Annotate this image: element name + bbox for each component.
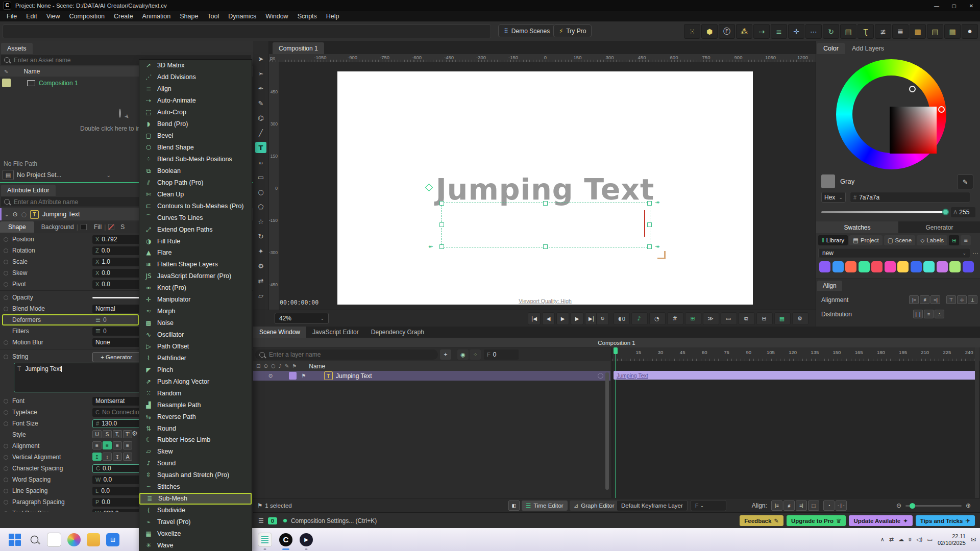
- deformer-menu-item[interactable]: ∿ Oscillator: [139, 329, 252, 341]
- deformer-menu-item[interactable]: ✳ Wave: [139, 539, 252, 551]
- rotate-arc-icon[interactable]: ↻: [823, 24, 839, 39]
- vertical-alignment-button[interactable]: A: [123, 453, 132, 461]
- distribution-button[interactable]: ∴: [935, 310, 944, 318]
- color-wheel[interactable]: [836, 59, 946, 169]
- loop-button[interactable]: ↻: [596, 312, 609, 325]
- connection-socket[interactable]: [4, 340, 8, 345]
- menu-item[interactable]: Help: [322, 11, 344, 21]
- try-pro-button[interactable]: ⚡ Try Pro: [553, 24, 592, 37]
- selection-handle[interactable]: [439, 244, 444, 249]
- direct-select-tool[interactable]: ➣: [255, 68, 266, 79]
- color-swatch[interactable]: [923, 261, 935, 272]
- deformer-menu-item[interactable]: ⬡ Blend Shape: [139, 142, 252, 154]
- current-color-swatch[interactable]: [821, 174, 835, 188]
- frame-offset-field[interactable]: F -: [691, 500, 726, 511]
- selection-box[interactable]: [441, 203, 650, 247]
- distribution-button[interactable]: ≡: [924, 310, 934, 318]
- deformer-menu-item[interactable]: ∞ Knot (Pro): [139, 282, 252, 294]
- alignment-button[interactable]: |=: [909, 295, 919, 304]
- deformer-menu-item[interactable]: ⁘ Blend Sub-Mesh Positions: [139, 154, 252, 165]
- keyframe-tool-button[interactable]: -❘-: [836, 500, 847, 511]
- deformer-menu-item[interactable]: ▷ Path Offset: [139, 341, 252, 353]
- deformer-menu-item[interactable]: ≣ Sub-Mesh: [139, 493, 252, 505]
- connection-socket[interactable]: [4, 237, 8, 242]
- cavalry-taskbar-icon[interactable]: C: [279, 533, 292, 546]
- tray-pen-icon[interactable]: ▭: [927, 536, 932, 543]
- status-action-button[interactable]: Upgrade to Pro♛: [787, 515, 846, 526]
- vertical-alignment-button[interactable]: ↧: [113, 453, 122, 461]
- resize-arrow-icon[interactable]: ↠: [655, 243, 659, 250]
- chevron-down-icon[interactable]: ⌄: [5, 212, 9, 217]
- tab-fill[interactable]: Fill: [94, 223, 102, 231]
- play-button[interactable]: ▶: [556, 312, 569, 325]
- tray-volume-icon[interactable]: ◁): [916, 536, 923, 543]
- color-mode-select[interactable]: Hex ⌄: [821, 192, 846, 203]
- tray-cloud-icon[interactable]: ☁: [898, 536, 904, 543]
- pen-tool[interactable]: ✒: [255, 83, 266, 94]
- composition-canvas[interactable]: Jumping Text ↞ ↠ ↠ Viewport Quality: Hig…: [337, 71, 753, 305]
- bottom-panel-tab[interactable]: Scene Window: [253, 327, 306, 338]
- skip-start-button[interactable]: |◀: [528, 312, 541, 325]
- connection-socket[interactable]: [4, 444, 8, 448]
- deformer-menu-item[interactable]: ⌒ Curves To Lines: [139, 212, 252, 223]
- visibility-icon[interactable]: ⊙: [263, 363, 267, 369]
- playhead[interactable]: [614, 347, 618, 354]
- deformer-menu-item[interactable]: ◑ Fill Rule: [139, 235, 252, 247]
- connection-socket[interactable]: [4, 455, 8, 460]
- deformer-menu-item[interactable]: ⤢ Extend Open Paths: [139, 223, 252, 235]
- menu-item[interactable]: File: [2, 11, 21, 21]
- connection-socket[interactable]: [4, 248, 8, 253]
- picker-icon[interactable]: ✎: [285, 363, 289, 369]
- deformer-menu-item[interactable]: ▟ Resample Path: [139, 399, 252, 411]
- connection-socket[interactable]: [4, 399, 8, 404]
- timeline-ruler[interactable]: 0153045607590105120135150165180195210225…: [612, 347, 980, 361]
- lock-icon[interactable]: ⊡: [256, 363, 260, 369]
- connection-socket[interactable]: [4, 421, 8, 426]
- menu-item[interactable]: Tool: [203, 11, 224, 21]
- swatches-project-button[interactable]: ▤Project: [849, 235, 883, 245]
- alignment-button[interactable]: ⊤: [946, 295, 956, 304]
- columns-icon[interactable]: ▥: [910, 24, 926, 39]
- overflow-icon[interactable]: ≫: [703, 312, 719, 325]
- tab-color[interactable]: Color: [817, 43, 845, 54]
- pinned-app-icon[interactable]: [258, 533, 272, 547]
- timeline-scrollbar[interactable]: [975, 347, 979, 518]
- cells-icon[interactable]: ▦: [944, 24, 961, 39]
- magnet-filter-icon[interactable]: ⁘: [470, 349, 481, 360]
- connection-socket[interactable]: [4, 295, 8, 300]
- taskbar-app-icon[interactable]: [47, 533, 61, 547]
- paint-filter-icon[interactable]: ◉: [457, 349, 469, 360]
- rows-icon[interactable]: ▤: [927, 24, 943, 39]
- selection-handle[interactable]: [543, 244, 548, 249]
- polygon-tool[interactable]: ⬠: [255, 201, 266, 212]
- maximize-button[interactable]: ▢: [945, 0, 963, 11]
- color-swatch[interactable]: [859, 261, 870, 272]
- generator-button[interactable]: +Generator: [92, 352, 140, 362]
- text-pen-icon[interactable]: Ʈ: [857, 24, 874, 39]
- tray-network-icon[interactable]: ʬ: [909, 536, 912, 543]
- prev-frame-button[interactable]: ◀: [542, 312, 555, 325]
- alignment-button[interactable]: ≡: [113, 441, 122, 449]
- deformer-menu-item[interactable]: ⌁ Travel (Pro): [139, 516, 252, 528]
- bottom-panel-tab[interactable]: JavaScript Editor: [306, 327, 365, 338]
- timeline-layer-bar[interactable]: Jumping Text: [614, 371, 977, 380]
- visibility-icon[interactable]: ⊙: [12, 211, 17, 218]
- graph-editor-button[interactable]: ⊿ Graph Editor: [570, 500, 619, 511]
- swatches-labels-button[interactable]: ⬦Labels: [917, 235, 947, 245]
- forge-icon[interactable]: Ⓕ: [719, 24, 735, 39]
- keyframe-indicator[interactable]: [598, 373, 603, 379]
- keyframe-align-button[interactable]: ≡|: [796, 500, 807, 511]
- cache-icon[interactable]: ◖ 0: [614, 312, 630, 325]
- timeline-zoom-slider[interactable]: [905, 505, 962, 507]
- keyframe-tool-button[interactable]: ◔: [823, 500, 835, 511]
- swatch-set-select[interactable]: new ⌄: [818, 248, 970, 258]
- tray-sync-icon[interactable]: ⇄: [889, 536, 894, 543]
- color-swatch[interactable]: [885, 261, 896, 272]
- deformer-menu-item[interactable]: ▢ Bevel: [139, 130, 252, 142]
- color-swatch[interactable]: [937, 261, 948, 272]
- zoom-level-select[interactable]: 42% ⌄: [275, 313, 329, 324]
- copilot-icon[interactable]: [67, 533, 81, 546]
- tab-assets[interactable]: Assets: [1, 43, 33, 54]
- demo-scenes-button[interactable]: ⠿ Demo Scenes: [498, 24, 555, 37]
- connect-arrow-icon[interactable]: ⇢: [753, 24, 770, 39]
